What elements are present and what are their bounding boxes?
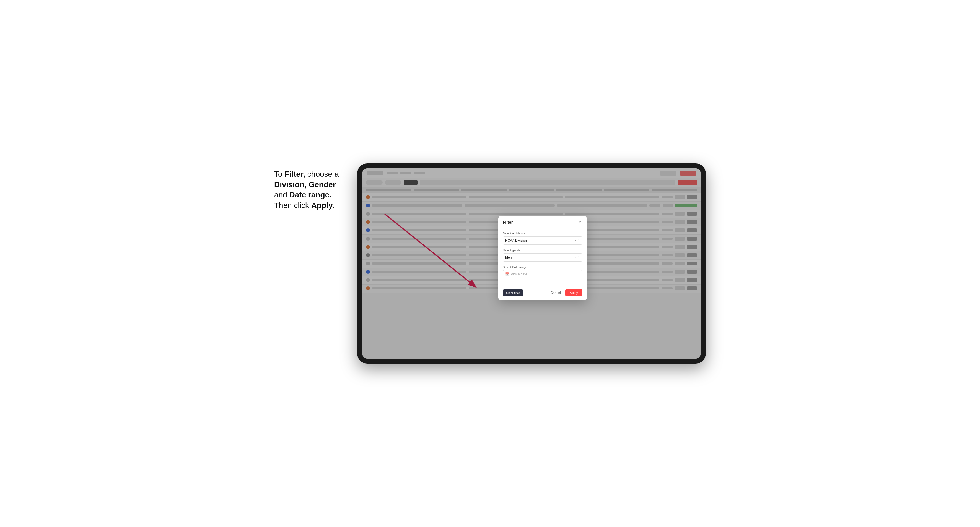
date-input[interactable]: 📅 Pick a date <box>503 270 582 278</box>
modal-title: Filter <box>503 220 513 224</box>
close-icon: × <box>579 220 581 224</box>
division-select-actions: × ⌃ <box>575 239 580 242</box>
division-chevron-icon: ⌃ <box>578 239 580 242</box>
gender-select-actions: × ⌃ <box>575 256 580 259</box>
date-placeholder: Pick a date <box>511 272 527 276</box>
gender-select[interactable]: Men × ⌃ <box>503 253 582 262</box>
apply-button[interactable]: Apply <box>565 289 582 297</box>
tablet-frame: Filter × Select a division NCAA Division… <box>357 163 706 364</box>
division-value: NCAA Division I <box>505 239 575 243</box>
modal-close-button[interactable]: × <box>578 220 582 225</box>
division-select[interactable]: NCAA Division I × ⌃ <box>503 237 582 245</box>
gender-label: Select gender <box>503 249 582 252</box>
bold-filter: Filter, <box>285 170 305 178</box>
clear-filter-button[interactable]: Clear filter <box>503 289 523 296</box>
modal-footer: Clear filter Cancel Apply <box>498 286 587 300</box>
modal-header: Filter × <box>498 216 587 228</box>
gender-chevron-icon: ⌃ <box>578 256 580 259</box>
division-form-group: Select a division NCAA Division I × ⌃ <box>503 232 582 245</box>
modal-body: Select a division NCAA Division I × ⌃ <box>498 228 587 286</box>
division-label: Select a division <box>503 232 582 235</box>
date-label: Select Date range <box>503 265 582 269</box>
filter-modal: Filter × Select a division NCAA Division… <box>498 216 587 300</box>
gender-form-group: Select gender Men × ⌃ <box>503 249 582 262</box>
tablet-screen: Filter × Select a division NCAA Division… <box>362 168 701 359</box>
bold-division-gender: Division, Gender <box>274 180 336 189</box>
instruction-panel: To Filter, choose a Division, Gender and… <box>274 163 357 211</box>
instruction-text-content: To Filter, choose a Division, Gender and… <box>274 170 339 210</box>
modal-overlay: Filter × Select a division NCAA Division… <box>362 168 701 359</box>
date-form-group: Select Date range 📅 Pick a date <box>503 265 582 278</box>
bold-apply: Apply. <box>311 201 334 210</box>
division-clear-button[interactable]: × <box>575 239 577 242</box>
gender-value: Men <box>505 256 575 259</box>
modal-footer-actions: Cancel Apply <box>548 289 582 297</box>
calendar-icon: 📅 <box>505 272 509 276</box>
cancel-button[interactable]: Cancel <box>548 289 563 297</box>
bold-date-range: Date range. <box>290 190 332 199</box>
gender-clear-button[interactable]: × <box>575 256 577 259</box>
